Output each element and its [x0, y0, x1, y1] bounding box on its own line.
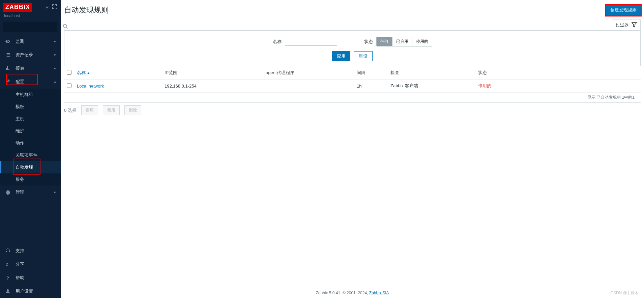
- subnav-hostgroups[interactable]: 主机群组: [0, 89, 61, 101]
- search-box[interactable]: [3, 22, 57, 32]
- status-disabled[interactable]: 停用的: [412, 37, 432, 46]
- selected-count: 0 选择: [64, 107, 77, 113]
- col-header-status: 状态: [475, 66, 641, 79]
- sidebar-header: ZABBIX «: [0, 0, 61, 13]
- table-container: 名称▲ IP范围 agent代理程序 间隔 检查 状态 Local networ…: [64, 66, 641, 103]
- server-name: localhost: [0, 13, 61, 22]
- collapse-icon[interactable]: «: [46, 4, 49, 10]
- nav-config[interactable]: 配置 ▾: [0, 75, 61, 89]
- rule-name-link[interactable]: Local network: [77, 84, 104, 89]
- nav-label: 资产记录: [16, 52, 33, 58]
- chevron-down-icon: ▾: [54, 53, 56, 57]
- list-icon: [5, 52, 11, 58]
- col-header-interval: 间隔: [354, 66, 388, 79]
- logo[interactable]: ZABBIX: [3, 3, 32, 12]
- row-checkbox[interactable]: [67, 83, 71, 88]
- select-all-checkbox[interactable]: [67, 70, 71, 75]
- filter-body: 名称 状态 任何 已启用 停用的 应用 重设: [64, 30, 641, 66]
- subnav-templates[interactable]: 模板: [0, 101, 61, 113]
- filter-toggle-label: 过滤器: [616, 22, 629, 28]
- nav-label: 报表: [16, 65, 24, 71]
- cell-ip: 192.168.0.1-254: [162, 79, 263, 93]
- cell-interval: 1h: [354, 79, 388, 93]
- chevron-down-icon: ▾: [54, 66, 56, 71]
- sidebar: ZABBIX « localhost 监测 ▾ 资产记录 ▾ 报表 ▾: [0, 0, 61, 118]
- search-icon[interactable]: [63, 24, 68, 30]
- fullscreen-icon[interactable]: [52, 4, 57, 10]
- batch-enable-button[interactable]: 启用: [81, 105, 98, 115]
- col-header-checks: 检查: [388, 66, 475, 79]
- status-enabled[interactable]: 已启用: [392, 37, 412, 46]
- filter-icon: [632, 22, 637, 28]
- filter-name-input[interactable]: [285, 38, 337, 46]
- cell-checks: Zabbix 客户端: [388, 79, 475, 93]
- batch-disable-button[interactable]: 禁用: [103, 105, 120, 115]
- nav-label: 配置: [16, 79, 24, 85]
- filter-status-label: 状态: [364, 39, 373, 45]
- table-row: Local network 192.168.0.1-254 1h Zabbix …: [64, 79, 641, 93]
- chart-icon: [5, 66, 11, 71]
- filter-name-field: 名称: [273, 38, 337, 46]
- chevron-down-icon: ▾: [54, 39, 56, 44]
- filter-section: 过滤器 名称 状态 任何 已启用 停用的: [64, 20, 641, 66]
- nav-monitoring[interactable]: 监测 ▾: [0, 35, 61, 48]
- status-link[interactable]: 停用的: [478, 83, 491, 88]
- page-header: 自动发现规则 创建发现规则: [61, 0, 644, 20]
- search-input[interactable]: [6, 24, 63, 29]
- main-content: 自动发现规则 创建发现规则 过滤器 名称 状态 任何 已启用: [61, 0, 644, 115]
- filter-status-field: 状态 任何 已启用 停用的: [364, 37, 432, 46]
- filter-toggle[interactable]: 过滤器: [612, 20, 641, 30]
- table-footer: 显示 已自动发现的 1中的1: [64, 93, 641, 103]
- col-header-name[interactable]: 名称▲: [74, 66, 162, 79]
- reset-button[interactable]: 重设: [354, 51, 373, 61]
- cell-proxy: [263, 79, 354, 93]
- col-header-ip: IP范围: [162, 66, 263, 79]
- batch-actions: 0 选择 启用 禁用 删除: [64, 105, 641, 115]
- discovery-table: 名称▲ IP范围 agent代理程序 间隔 检查 状态 Local networ…: [64, 66, 641, 93]
- chevron-down-icon: ▾: [54, 80, 56, 84]
- nav-inventory[interactable]: 资产记录 ▾: [0, 48, 61, 62]
- apply-button[interactable]: 应用: [332, 51, 350, 61]
- filter-name-label: 名称: [273, 39, 282, 45]
- create-rule-button[interactable]: 创建发现规则: [606, 5, 641, 15]
- wrench-icon: [5, 79, 11, 85]
- nav-label: 监测: [16, 38, 24, 44]
- col-header-proxy: agent代理程序: [263, 66, 354, 79]
- status-segment: 任何 已启用 停用的: [376, 37, 432, 46]
- subnav-hosts[interactable]: 主机: [0, 113, 61, 118]
- eye-icon: [5, 39, 11, 44]
- status-any[interactable]: 任何: [377, 37, 392, 46]
- config-submenu: 主机群组 模板 主机 维护 动作 关联项事件 自动发现 服务: [0, 89, 61, 118]
- page-title: 自动发现规则: [64, 5, 109, 15]
- sort-asc-icon: ▲: [87, 71, 90, 75]
- main-nav: 监测 ▾ 资产记录 ▾ 报表 ▾ 配置 ▾: [0, 35, 61, 89]
- batch-delete-button[interactable]: 删除: [124, 105, 141, 115]
- nav-reports[interactable]: 报表 ▾: [0, 62, 61, 75]
